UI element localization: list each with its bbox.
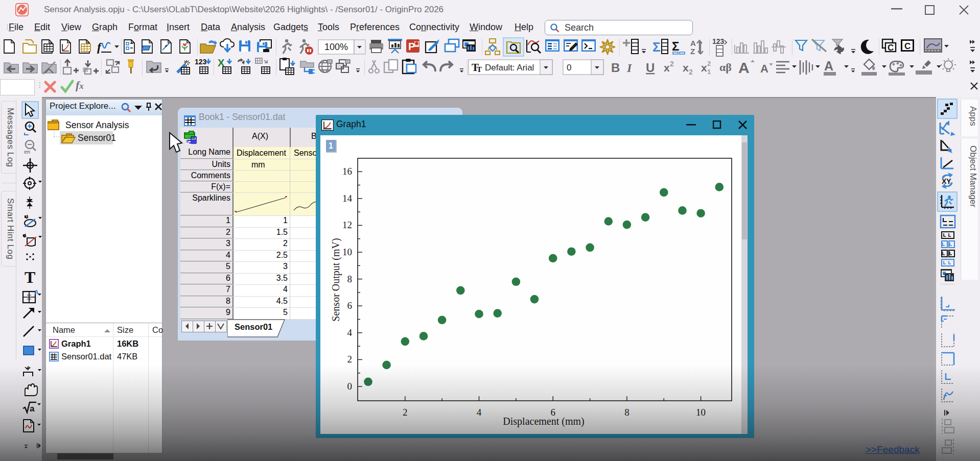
svg-text:0: 0: [567, 63, 571, 72]
svg-text:Displacement (mm): Displacement (mm): [503, 416, 584, 427]
svg-text:16: 16: [342, 166, 352, 177]
svg-text:2: 2: [689, 68, 693, 76]
svg-text:4: 4: [477, 407, 482, 418]
svg-text:I: I: [626, 61, 633, 75]
svg-text:10: 10: [342, 247, 352, 257]
svg-text:U: U: [646, 61, 655, 75]
svg-text:P: P: [408, 41, 415, 52]
svg-text:x: x: [701, 62, 707, 74]
svg-text:6: 6: [347, 300, 353, 311]
svg-text:Σ: Σ: [652, 39, 661, 55]
svg-text:A: A: [738, 59, 750, 76]
svg-text:8: 8: [624, 407, 629, 418]
svg-text:C: C: [904, 41, 911, 51]
svg-text:Default: Arial: Default: Arial: [485, 63, 534, 72]
svg-text:Sensor Output (mV): Sensor Output (mV): [330, 238, 342, 321]
svg-text:T: T: [477, 65, 482, 74]
svg-text:2: 2: [347, 354, 353, 365]
svg-text:XY: XY: [942, 177, 951, 185]
svg-text:Z: Z: [690, 47, 695, 56]
svg-text:4: 4: [347, 327, 353, 338]
svg-text:a: a: [30, 404, 35, 414]
svg-text:C: C: [888, 43, 894, 53]
svg-text:A: A: [760, 62, 768, 75]
svg-text:12: 12: [342, 220, 352, 230]
svg-text:Σ: Σ: [672, 39, 679, 53]
svg-text:14: 14: [342, 193, 353, 204]
svg-text:10: 10: [696, 407, 706, 418]
svg-text:2: 2: [403, 407, 408, 418]
svg-text:A: A: [34, 289, 39, 296]
svg-text:αβ: αβ: [719, 61, 732, 74]
svg-text:T: T: [25, 268, 35, 286]
svg-text:2: 2: [707, 60, 711, 67]
svg-text:x: x: [683, 62, 689, 74]
svg-text:100%: 100%: [324, 42, 348, 52]
svg-text:1: 1: [707, 68, 711, 76]
svg-text:B: B: [611, 61, 620, 75]
svg-text:0: 0: [347, 381, 353, 392]
svg-text:8: 8: [347, 274, 353, 284]
svg-text:A: A: [824, 59, 833, 73]
svg-text:2: 2: [670, 60, 674, 68]
svg-text:123: 123: [195, 58, 207, 66]
svg-text:123: 123: [712, 37, 725, 45]
svg-text:A: A: [690, 39, 696, 47]
svg-text:x: x: [664, 62, 670, 74]
